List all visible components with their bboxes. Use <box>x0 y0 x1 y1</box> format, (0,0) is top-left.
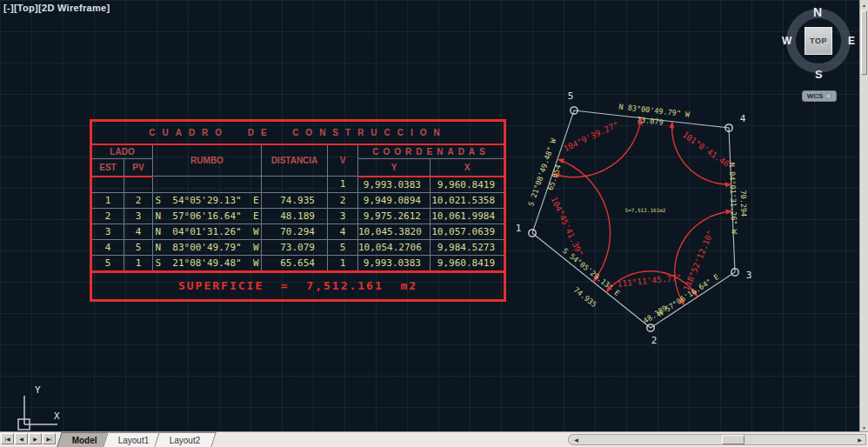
cell-v: 3 <box>328 208 358 224</box>
cell-pv: 3 <box>124 208 153 224</box>
tab-nav-first-button[interactable]: |◀ <box>1 433 14 444</box>
header-pv: PV <box>124 158 153 177</box>
cell-distancia: 70.294 <box>262 224 328 239</box>
cell-distancia: 48.189 <box>262 208 328 224</box>
cell-est <box>91 177 124 193</box>
viewcube-north[interactable]: N <box>813 5 822 19</box>
scroll-up-arrow-icon[interactable]: ▲ <box>860 1 868 9</box>
cell-est: 3 <box>91 224 124 239</box>
area-label[interactable]: S=7,512.161m2 <box>625 207 666 213</box>
cell-x: 10,057.0639 <box>431 224 505 239</box>
tab-nav-prev-button[interactable]: ◀ <box>15 433 28 444</box>
viewcube-top-face[interactable]: TOP <box>805 27 832 55</box>
header-v: V <box>328 144 358 177</box>
cell-distancia <box>262 177 328 193</box>
cell-y: 9,993.0383 <box>358 255 431 271</box>
viewport-controls[interactable]: [-][Top][2D Wireframe] <box>3 3 110 13</box>
ucs-x-label: X <box>54 410 60 422</box>
header-lado: LADO <box>91 144 153 158</box>
vertex-number: 3 <box>746 270 752 281</box>
header-x: X <box>431 158 505 177</box>
scroll-right-arrow-icon[interactable]: ▶ <box>855 436 865 444</box>
cell-pv: 2 <box>124 192 153 208</box>
angle-arc[interactable] <box>672 122 731 184</box>
header-distancia: DISTANCIA <box>262 144 328 177</box>
cell-x: 10,061.9984 <box>431 208 505 224</box>
table-row: 51S 21°08'49.48" W65.65419,993.03839,960… <box>91 255 505 271</box>
cell-v: 2 <box>328 192 358 208</box>
edge-label[interactable]: S 54°05'29.13" E <box>561 246 622 297</box>
table-row: 12S 54°05'29.13" E74.93529,949.089410,02… <box>91 192 505 208</box>
header-coordenadas: COORDENADAS <box>358 144 505 158</box>
wcs-dropdown-icon <box>825 93 831 99</box>
tab-layout2[interactable]: Layout2 <box>155 432 217 447</box>
header-y: Y <box>358 158 431 177</box>
scroll-left-arrow-icon[interactable]: ◀ <box>571 436 581 444</box>
horizontal-scrollbar[interactable]: ◀ ▶ <box>568 434 866 445</box>
table-title: CUADRO DE CONSTRUCCION <box>91 121 505 145</box>
cell-x: 9,984.5273 <box>431 239 505 255</box>
angle-label[interactable]: 111°11'45.77" <box>617 272 682 289</box>
cell-rumbo: N 57°06'16.64" E <box>153 208 262 224</box>
cell-pv: 4 <box>124 224 153 239</box>
tab-nav-last-button[interactable]: ▶| <box>43 433 56 444</box>
cell-x: 9,960.8419 <box>431 255 505 271</box>
table-row: 19,993.03839,960.8419 <box>91 177 505 193</box>
horizontal-scroll-thumb[interactable] <box>722 435 744 444</box>
cell-distancia: 65.654 <box>262 255 328 271</box>
edge-label[interactable]: 74.935 <box>572 285 598 309</box>
table-row: 34N 04°01'31.26" W70.294410,045.382010,0… <box>91 224 505 239</box>
cell-v: 4 <box>328 224 358 239</box>
wcs-dropdown[interactable]: WCS <box>802 90 837 102</box>
ucs-icon: Y X <box>7 381 85 433</box>
superficie-row: SUPERFICIE = 7,512.161 m2 <box>91 271 505 300</box>
ucs-y-label: Y <box>35 384 41 396</box>
viewcube[interactable]: N S W E TOP WCS <box>777 0 864 104</box>
tab-nav-next-button[interactable]: ▶ <box>29 433 42 444</box>
cell-pv: 1 <box>124 255 153 271</box>
vertical-scroll-thumb[interactable] <box>861 10 867 75</box>
angle-label[interactable]: 104°9'39.27" <box>562 119 620 153</box>
angle-label[interactable]: 101°0'41.46" <box>681 130 736 171</box>
header-rumbo: RUMBO <box>153 144 262 177</box>
edge-label[interactable]: 65.654 <box>545 163 562 191</box>
construction-table[interactable]: CUADRO DE CONSTRUCCION LADO RUMBO DISTAN… <box>90 119 506 302</box>
layout-tab-bar: |◀ ◀ ▶ ▶| Model Layout1 Layout2 ◀ ▶ <box>0 431 868 447</box>
table-row: 23N 57°06'16.64" E48.18939,975.261210,06… <box>91 208 505 224</box>
cell-rumbo: N 83°00'49.79" W <box>153 239 262 255</box>
cell-v: 1 <box>328 177 358 193</box>
vertex-number: 2 <box>651 335 658 346</box>
scroll-down-arrow-icon[interactable]: ▼ <box>860 424 868 431</box>
cell-pv: 5 <box>124 239 153 255</box>
cell-distancia: 73.079 <box>262 239 328 255</box>
cell-pv <box>124 177 153 193</box>
cell-est: 5 <box>91 255 124 271</box>
header-est: EST <box>91 158 124 177</box>
table-body: 19,993.03839,960.841912S 54°05'29.13" E7… <box>91 177 505 272</box>
cell-y: 9,975.2612 <box>358 208 431 224</box>
cell-distancia: 74.935 <box>262 192 328 208</box>
cell-rumbo: S 21°08'49.48" W <box>153 255 262 271</box>
viewcube-west[interactable]: W <box>782 35 791 47</box>
cell-y: 10,045.3820 <box>358 224 431 239</box>
edge-label[interactable]: N 04°01'31.26" W <box>728 163 739 235</box>
edge-label[interactable]: 70.294 <box>738 190 748 217</box>
cell-v: 5 <box>328 239 358 255</box>
cell-x: 9,960.8419 <box>431 177 505 193</box>
cell-rumbo: S 54°05'29.13" E <box>153 192 262 208</box>
cell-y: 9,949.0894 <box>358 192 431 208</box>
wcs-label: WCS <box>807 92 824 100</box>
vertex-number: 4 <box>740 113 746 124</box>
layout-tabs: Model Layout1 Layout2 <box>59 432 209 447</box>
cell-est: 1 <box>91 192 124 208</box>
vertical-scrollbar[interactable]: ▲ ▼ <box>859 0 868 432</box>
vertex-number: 5 <box>568 90 574 102</box>
cell-v: 1 <box>328 255 358 271</box>
viewcube-east[interactable]: E <box>848 35 855 47</box>
cell-est: 4 <box>91 239 124 255</box>
cell-rumbo: N 04°01'31.26" W <box>153 224 262 239</box>
cell-rumbo <box>153 177 262 193</box>
cell-x: 10,021.5358 <box>431 192 505 208</box>
viewcube-south[interactable]: S <box>815 68 823 81</box>
vertex-number: 1 <box>516 223 522 234</box>
